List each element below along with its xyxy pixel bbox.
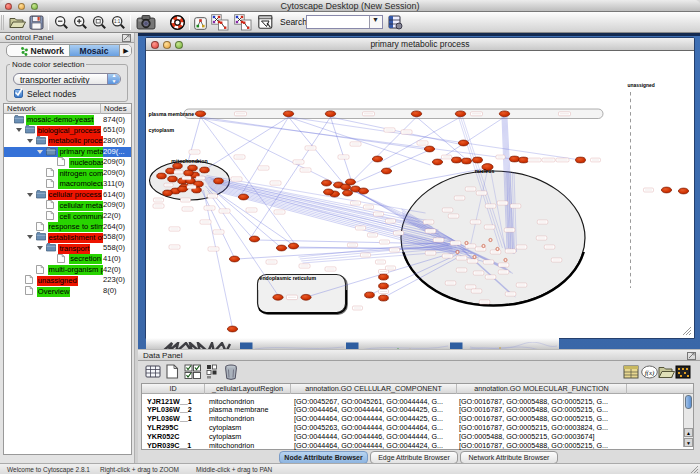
svg-text:nucleus: nucleus [475,168,495,174]
svg-text:endoplasmic reticulum: endoplasmic reticulum [260,275,317,281]
svg-text:cytoplasm: cytoplasm [149,127,175,133]
svg-text:f(x): f(x) [645,369,655,377]
svg-text:1:1: 1:1 [114,19,121,24]
svg-text:unassigned: unassigned [628,83,655,88]
svg-text:mitochondrion: mitochondrion [171,158,207,164]
svg-text:plasma membrane: plasma membrane [149,111,195,117]
